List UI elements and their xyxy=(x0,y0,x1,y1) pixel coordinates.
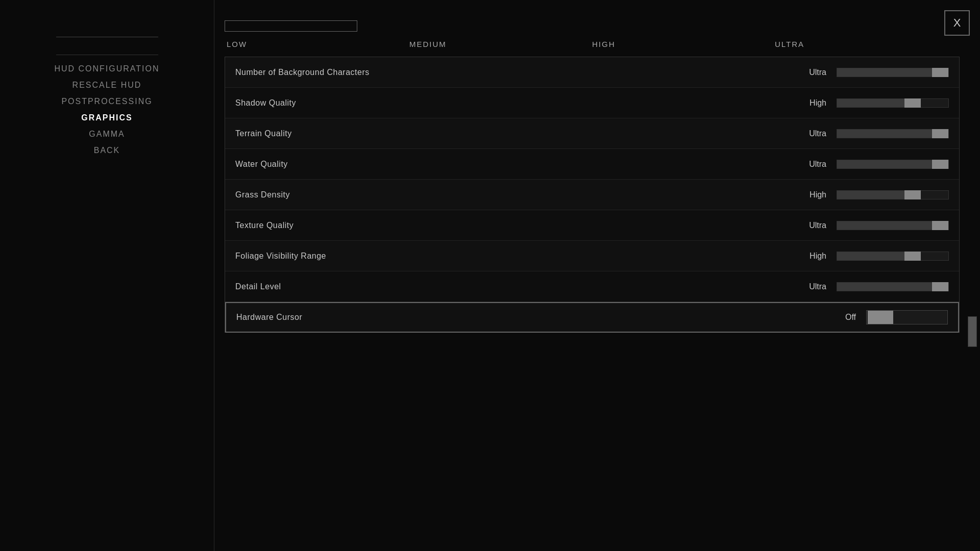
nav-item-back[interactable]: BACK xyxy=(94,146,120,155)
setting-value-5: Ultra xyxy=(786,221,826,230)
setting-row-2[interactable]: Terrain QualityUltra xyxy=(225,118,959,149)
slider-thumb-5[interactable] xyxy=(932,221,948,230)
setting-name-4: Grass Density xyxy=(235,190,786,199)
setting-row-3[interactable]: Water QualityUltra xyxy=(225,149,959,180)
nav-item-gamma[interactable]: GAMMA xyxy=(89,130,125,139)
toggle-thumb-8 xyxy=(868,311,893,324)
logo-divider xyxy=(56,37,158,37)
setting-slider-0[interactable] xyxy=(837,68,949,77)
preset-label-box[interactable] xyxy=(225,20,357,32)
nav-item-hud-configuration[interactable]: HUD CONFIGURATION xyxy=(54,64,159,73)
setting-name-2: Terrain Quality xyxy=(235,129,786,138)
setting-row-6[interactable]: Foliage Visibility RangeHigh xyxy=(225,241,959,271)
setting-slider-5[interactable] xyxy=(837,221,949,230)
setting-value-0: Ultra xyxy=(786,68,826,77)
main-content: LOWMEDIUMHIGHULTRA Number of Background … xyxy=(214,0,980,551)
scale-item-ultra: ULTRA xyxy=(775,40,958,48)
nav-item-postprocessing[interactable]: POSTPROCESSING xyxy=(61,97,152,106)
setting-name-6: Foliage Visibility Range xyxy=(235,252,786,261)
setting-value-1: High xyxy=(786,98,826,108)
scale-item-low: LOW xyxy=(227,40,409,48)
nav-menu: HUD CONFIGURATIONRESCALE HUDPOSTPROCESSI… xyxy=(0,64,214,155)
setting-row-1[interactable]: Shadow QualityHigh xyxy=(225,88,959,118)
setting-value-2: Ultra xyxy=(786,129,826,138)
sidebar-divider xyxy=(56,55,158,55)
scale-item-medium: MEDIUM xyxy=(409,40,592,48)
scale-item-high: HIGH xyxy=(592,40,775,48)
setting-name-7: Detail Level xyxy=(235,282,786,291)
nav-item-rescale-hud[interactable]: RESCALE HUD xyxy=(72,81,142,90)
slider-thumb-2[interactable] xyxy=(932,129,948,138)
settings-list: Number of Background CharactersUltraShad… xyxy=(225,57,960,333)
preset-scale: LOWMEDIUMHIGHULTRA xyxy=(225,40,960,48)
scrollbar[interactable] xyxy=(968,316,977,347)
setting-row-0[interactable]: Number of Background CharactersUltra xyxy=(225,57,959,88)
sidebar: HUD CONFIGURATIONRESCALE HUDPOSTPROCESSI… xyxy=(0,0,214,551)
setting-slider-4[interactable] xyxy=(837,190,949,199)
slider-thumb-3[interactable] xyxy=(932,160,948,169)
setting-row-5[interactable]: Texture QualityUltra xyxy=(225,210,959,241)
setting-slider-7[interactable] xyxy=(837,282,949,291)
setting-slider-1[interactable] xyxy=(837,98,949,108)
slider-thumb-7[interactable] xyxy=(932,282,948,291)
setting-value-3: Ultra xyxy=(786,160,826,169)
setting-name-0: Number of Background Characters xyxy=(235,68,786,77)
setting-name-5: Texture Quality xyxy=(235,221,786,230)
setting-name-8: Hardware Cursor xyxy=(236,313,815,322)
setting-slider-2[interactable] xyxy=(837,129,949,138)
slider-thumb-0[interactable] xyxy=(932,68,948,77)
setting-value-8: Off xyxy=(815,313,856,322)
setting-value-4: High xyxy=(786,190,826,199)
setting-value-6: High xyxy=(786,252,826,261)
preset-header xyxy=(225,20,960,32)
setting-row-7[interactable]: Detail LevelUltra xyxy=(225,271,959,302)
slider-thumb-4[interactable] xyxy=(904,190,921,199)
setting-name-3: Water Quality xyxy=(235,160,786,169)
setting-row-8[interactable]: Hardware CursorOff xyxy=(225,302,959,333)
slider-thumb-6[interactable] xyxy=(904,252,921,261)
setting-row-4[interactable]: Grass DensityHigh xyxy=(225,180,959,210)
setting-slider-6[interactable] xyxy=(837,252,949,261)
setting-name-1: Shadow Quality xyxy=(235,98,786,108)
setting-value-7: Ultra xyxy=(786,282,826,291)
nav-item-graphics[interactable]: GRAPHICS xyxy=(81,113,132,122)
setting-slider-3[interactable] xyxy=(837,160,949,169)
setting-toggle-8[interactable] xyxy=(866,310,948,324)
slider-thumb-1[interactable] xyxy=(904,98,921,108)
